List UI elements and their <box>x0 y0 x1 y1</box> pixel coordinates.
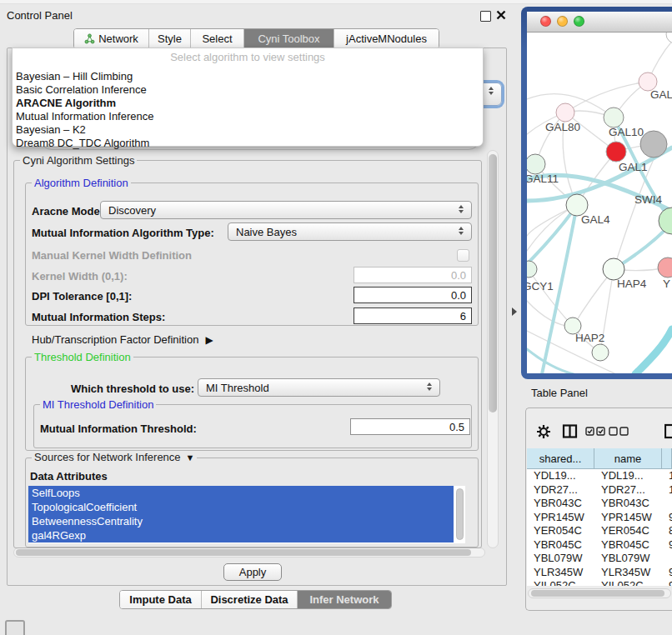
mi-threshold-label: Mutual Information Threshold: <box>40 422 197 435</box>
float-window-icon[interactable] <box>480 11 491 22</box>
network-node-gal1[interactable] <box>606 142 626 162</box>
hub-transcription-factor-expander[interactable]: Hub/Transcription Factor Definition <box>32 333 213 346</box>
network-node-swi4[interactable] <box>659 208 672 234</box>
close-traffic-light-icon[interactable] <box>540 16 551 27</box>
group-title: MI Threshold Definition <box>40 398 156 411</box>
column-header-cut[interactable] <box>662 448 672 468</box>
network-edge[interactable] <box>527 205 577 264</box>
table-row[interactable]: YLR345WYLR345W9. <box>527 566 672 580</box>
table-horizontal-scrollbar[interactable] <box>528 588 671 598</box>
minimize-traffic-light-icon[interactable] <box>557 16 568 27</box>
partial-table-icon[interactable] <box>664 423 672 440</box>
table-panel-title: Table Panel <box>531 387 588 399</box>
network-node[interactable] <box>592 344 609 361</box>
close-icon[interactable] <box>496 10 506 20</box>
apply-button[interactable]: Apply <box>223 563 282 581</box>
node-label: GAL1 <box>619 161 648 173</box>
network-window-titlebar[interactable] <box>527 12 672 32</box>
tab-discretize-data[interactable]: Discretize Data <box>202 591 298 608</box>
dpi-tolerance-label: DPI Tolerance [0,1]: <box>32 290 132 302</box>
tab-network[interactable]: Network <box>74 29 149 48</box>
zoom-traffic-light-icon[interactable] <box>574 16 584 27</box>
algorithm-option-dream8-dc-tdc-algorithm[interactable]: Dream8 DC_TDC Algorithm <box>15 137 480 150</box>
algorithm-option-bayesian-hill-climbing[interactable]: Bayesian – Hill Climbing <box>15 70 480 83</box>
network-node-gcy1[interactable] <box>527 261 537 278</box>
network-edge[interactable] <box>635 329 672 373</box>
table-row[interactable]: YDR27...YDR27...12 <box>527 483 672 498</box>
table-cell: 12 <box>662 483 672 498</box>
network-node-gal80[interactable] <box>556 103 574 122</box>
aracne-mode-label: Aracne Mode: <box>32 205 103 218</box>
bottom-left-partial-icon[interactable] <box>5 620 25 635</box>
table-cell: YDR27... <box>527 483 594 498</box>
algorithm-option-bayesian-k2[interactable]: Bayesian – K2 <box>15 123 480 137</box>
tab-jactivemnodules[interactable]: jActiveMNodules <box>334 29 439 48</box>
split-columns-icon[interactable] <box>562 423 579 440</box>
node-label: GAL4 <box>581 213 610 226</box>
table-cell: YIL052C <box>527 579 594 586</box>
data-attributes-label: Data Attributes <box>30 470 108 482</box>
network-canvas[interactable]: GALGAL80GAL10GAL1GAL11GAL4SWI4GCY1HAP4YH… <box>527 32 672 373</box>
table-row[interactable]: YBR043CYBR043C <box>527 497 672 511</box>
attribute-item-betweennesscentrality[interactable]: BetweennessCentrality <box>28 514 454 528</box>
table-cell: YDL19... <box>527 469 594 483</box>
network-node-y[interactable] <box>658 258 672 278</box>
which-threshold-combobox[interactable]: MI Threshold <box>198 378 440 397</box>
table-row[interactable]: YER054CYER054C8. <box>527 524 672 538</box>
mi-steps-field[interactable]: 6 <box>354 308 472 324</box>
table-cell: YBL079W <box>594 552 662 566</box>
tab-cyni-toolbox[interactable]: Cyni Toolbox <box>244 29 334 48</box>
node-label: HAP4 <box>617 278 647 290</box>
scrollbar-thumb[interactable] <box>16 549 471 556</box>
tab-select[interactable]: Select <box>191 29 244 48</box>
network-node[interactable] <box>666 32 672 43</box>
mi-algorithm-type-combobox[interactable]: Naive Bayes <box>228 222 472 241</box>
table-header-row: shared...name <box>527 448 672 469</box>
attribute-item-topologicalcoefficient[interactable]: TopologicalCoefficient <box>28 500 454 514</box>
network-edge[interactable] <box>527 349 574 373</box>
table-row[interactable]: YBL079WYBL079W <box>527 552 672 566</box>
settings-vertical-scrollbar[interactable] <box>487 150 499 548</box>
network-node[interactable] <box>640 131 667 158</box>
network-node-gal10[interactable] <box>604 108 624 128</box>
column-header-name[interactable]: name <box>594 448 662 468</box>
gear-icon[interactable] <box>535 423 552 440</box>
column-header-shared[interactable]: shared... <box>527 448 594 468</box>
network-edge[interactable] <box>529 270 573 327</box>
scrollbar-thumb[interactable] <box>531 590 664 597</box>
table-cell: 8. <box>662 524 672 538</box>
manual-kernel-width-label: Manual Kernel Width Definition <box>32 249 192 262</box>
select-all-checkboxes-icon[interactable] <box>585 426 607 438</box>
scrollbar-thumb[interactable] <box>489 154 497 412</box>
tab-impute-data[interactable]: Impute Data <box>120 591 202 608</box>
attribute-item-gal4rgexp[interactable]: gal4RGexp <box>28 528 454 542</box>
network-node-gal11[interactable] <box>527 154 545 174</box>
table-row[interactable]: YIL052CYIL052C9 <box>527 579 672 586</box>
table-cell: YDL19... <box>594 469 662 483</box>
kernel-width-label: Kernel Width (0,1): <box>32 270 128 282</box>
tab-label: jActiveMNodules <box>346 32 427 45</box>
group-title: Threshold Definition <box>32 351 133 363</box>
algorithm-option-aracne-algorithm[interactable]: ARACNE Algorithm <box>15 97 480 110</box>
combobox-arrows-icon <box>459 205 465 213</box>
table-row[interactable]: YBR045CYBR045C9. <box>527 538 672 552</box>
mi-threshold-field[interactable]: 0.5 <box>350 418 470 435</box>
data-attributes-list[interactable]: SelfLoopsTopologicalCoefficientBetweenne… <box>28 486 465 543</box>
deselect-all-checkboxes-icon[interactable] <box>609 426 630 438</box>
algorithm-option-basic-correlation-inference[interactable]: Basic Correlation Inference <box>15 83 480 97</box>
tab-style[interactable]: Style <box>149 29 191 48</box>
table-row[interactable]: YDL19...YDL19...13 <box>527 469 672 483</box>
settings-horizontal-scrollbar[interactable] <box>13 548 485 558</box>
node-label: SWI4 <box>634 193 662 206</box>
group-title: Algorithm Definition <box>32 177 131 189</box>
kernel-width-field[interactable]: 0.0 <box>354 267 472 283</box>
sources-expander[interactable]: Sources for Network Inference <box>32 451 197 464</box>
attribute-item-selfloops[interactable]: SelfLoops <box>28 486 454 500</box>
algorithm-option-mutual-information-inference[interactable]: Mutual Information Inference <box>15 110 480 123</box>
tab-infer-network[interactable]: Infer Network <box>298 591 391 608</box>
list-scrollbar-thumb[interactable] <box>456 488 464 540</box>
dpi-tolerance-field[interactable]: 0.0 <box>354 287 472 303</box>
table-row[interactable]: YPR145WYPR145W9. <box>527 511 672 525</box>
aracne-mode-combobox[interactable]: Discovery <box>100 201 472 219</box>
manual-kernel-width-checkbox[interactable] <box>457 249 469 262</box>
